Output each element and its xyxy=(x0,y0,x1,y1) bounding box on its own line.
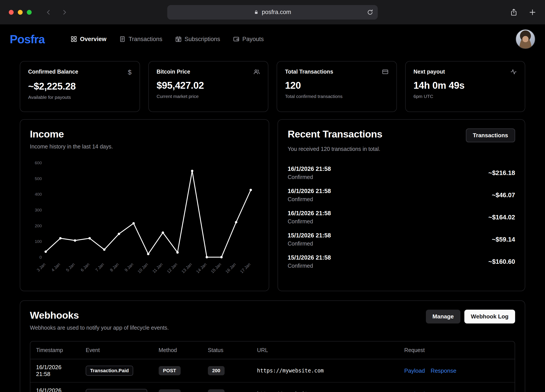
webhook-log-button[interactable]: Webhook Log xyxy=(464,310,515,324)
transaction-status: Confirmed xyxy=(288,240,331,247)
nav-item-transactions[interactable]: Transactions xyxy=(119,36,162,43)
transaction-status: Confirmed xyxy=(288,174,331,180)
new-tab-icon[interactable] xyxy=(529,9,536,16)
minimize-window-button[interactable] xyxy=(18,10,23,15)
share-icon[interactable] xyxy=(510,8,518,16)
svg-text:4 Jan: 4 Jan xyxy=(50,262,61,273)
transaction-date: 16/1/2026 21:58 xyxy=(288,188,331,195)
stat-card-bitcoin-price: Bitcoin Price $95,427.02 Current market … xyxy=(148,61,269,112)
nav-label: Subscriptions xyxy=(185,36,220,43)
webhooks-table: Timestamp Event Method Status URL Reques… xyxy=(30,342,515,392)
webhooks-card: Webhooks Webhooks are used to notify you… xyxy=(20,300,525,392)
income-card: Income Income history in the last 14 day… xyxy=(20,119,269,291)
transaction-amount: ~$164.02 xyxy=(488,214,515,221)
browser-actions xyxy=(510,8,536,16)
cell-url: https://mywebsite.com xyxy=(251,382,399,392)
stat-card-confirmed-balance: Confirmed Balance $ ~$2,225.28 Available… xyxy=(20,61,140,112)
nav-item-subscriptions[interactable]: Subscriptions xyxy=(175,36,220,43)
svg-text:200: 200 xyxy=(35,224,42,228)
svg-text:9 Jan: 9 Jan xyxy=(124,262,134,273)
transactions-button[interactable]: Transactions xyxy=(466,129,515,142)
svg-text:15 Jan: 15 Jan xyxy=(210,262,222,274)
transaction-row: 16/1/2026 21:58 Confirmed ~$46.07 xyxy=(288,184,515,206)
stat-value: $95,427.02 xyxy=(157,80,260,91)
svg-text:12 Jan: 12 Jan xyxy=(166,262,178,274)
response-link[interactable]: Response xyxy=(431,391,456,392)
svg-text:300: 300 xyxy=(35,208,42,212)
cell-timestamp: 16/1/2026 21:58 xyxy=(30,359,80,382)
svg-text:600: 600 xyxy=(35,160,42,165)
svg-text:10 Jan: 10 Jan xyxy=(137,262,149,274)
zoom-window-button[interactable] xyxy=(27,10,32,15)
transaction-status: Confirmed xyxy=(288,218,331,225)
transaction-date: 15/1/2026 21:58 xyxy=(288,232,331,239)
transaction-amount: ~$216.18 xyxy=(488,169,515,177)
column-header-url: URL xyxy=(251,342,399,359)
response-link[interactable]: Response xyxy=(431,368,456,374)
transaction-row: 15/1/2026 21:58 Confirmed ~$160.60 xyxy=(288,251,515,273)
recent-transactions-subtitle: You received 120 transactions in total. xyxy=(288,146,515,152)
event-badge: Transaction.Confirmed xyxy=(86,389,147,392)
method-badge: POST xyxy=(159,366,181,375)
manage-button[interactable]: Manage xyxy=(426,310,460,324)
payload-link[interactable]: Payload xyxy=(404,368,425,374)
stat-subtitle: Current market price xyxy=(157,94,260,99)
nav-label: Overview xyxy=(80,36,106,43)
svg-text:8 Jan: 8 Jan xyxy=(109,262,119,273)
address-bar-url: posfra.com xyxy=(262,9,291,16)
method-badge: POST xyxy=(159,389,181,392)
status-badge: 200 xyxy=(208,366,225,375)
table-header-row: Timestamp Event Method Status URL Reques… xyxy=(30,342,515,359)
nav-label: Transactions xyxy=(129,36,162,43)
svg-text:5 Jan: 5 Jan xyxy=(65,262,76,273)
svg-text:500: 500 xyxy=(35,176,42,181)
app-logo[interactable]: Posfra xyxy=(10,32,45,46)
main-nav: Overview Transactions Subscriptions Payo… xyxy=(71,36,264,43)
payload-link[interactable]: Payload xyxy=(404,391,425,392)
user-avatar[interactable] xyxy=(515,29,535,49)
column-header-event: Event xyxy=(80,342,153,359)
middle-row: Income Income history in the last 14 day… xyxy=(20,119,525,291)
main-content: Confirmed Balance $ ~$2,225.28 Available… xyxy=(0,54,545,392)
close-window-button[interactable] xyxy=(9,10,14,15)
webhooks-buttons: Manage Webhook Log xyxy=(426,310,515,324)
activity-icon xyxy=(510,68,517,75)
income-title: Income xyxy=(30,129,259,140)
cell-request: PayloadResponse xyxy=(399,382,515,392)
recent-transactions-title: Recent Transactions xyxy=(288,129,382,140)
transaction-date: 16/1/2026 21:58 xyxy=(288,210,331,217)
column-header-timestamp: Timestamp xyxy=(30,342,80,359)
forward-icon[interactable] xyxy=(61,9,68,16)
column-header-method: Method xyxy=(153,342,202,359)
users-icon xyxy=(253,68,260,75)
back-icon[interactable] xyxy=(45,9,52,16)
transaction-date: 15/1/2026 21:58 xyxy=(288,254,331,261)
svg-text:400: 400 xyxy=(35,192,42,196)
stat-card-next-payout: Next payout 14h 0m 49s 6pm UTC xyxy=(405,61,526,112)
stats-row: Confirmed Balance $ ~$2,225.28 Available… xyxy=(20,61,525,112)
column-header-status: Status xyxy=(202,342,251,359)
document-icon xyxy=(119,36,126,42)
cell-request: PayloadResponse xyxy=(399,359,515,382)
svg-text:0: 0 xyxy=(39,255,42,260)
transaction-row: 16/1/2026 21:58 Confirmed ~$216.18 xyxy=(288,162,515,184)
stat-value: 14h 0m 49s xyxy=(414,80,517,91)
table-row: 16/1/2026 21:58 Transaction.Paid POST 20… xyxy=(30,359,515,382)
address-bar[interactable]: posfra.com xyxy=(167,5,378,19)
transaction-row: 15/1/2026 21:58 Confirmed ~$59.14 xyxy=(288,228,515,251)
dollar-icon: $ xyxy=(128,68,132,76)
transaction-status: Confirmed xyxy=(288,263,331,269)
svg-text:16 Jan: 16 Jan xyxy=(225,262,237,274)
transactions-list: 16/1/2026 21:58 Confirmed ~$216.18 16/1/… xyxy=(288,162,515,273)
nav-item-payouts[interactable]: Payouts xyxy=(233,36,264,43)
event-badge: Transaction.Paid xyxy=(86,366,133,376)
svg-text:13 Jan: 13 Jan xyxy=(181,262,193,274)
transaction-amount: ~$46.07 xyxy=(492,191,515,199)
income-line-chart: 01002003004005006003 Jan4 Jan5 Jan6 Jan7… xyxy=(30,155,259,289)
stat-value: ~$2,225.28 xyxy=(28,81,132,92)
nav-item-overview[interactable]: Overview xyxy=(71,36,106,43)
refresh-icon[interactable] xyxy=(367,9,373,16)
stat-title: Total Transactions xyxy=(285,68,333,75)
recent-transactions-card: Recent Transactions Transactions You rec… xyxy=(278,119,525,291)
transaction-status: Confirmed xyxy=(288,196,331,202)
